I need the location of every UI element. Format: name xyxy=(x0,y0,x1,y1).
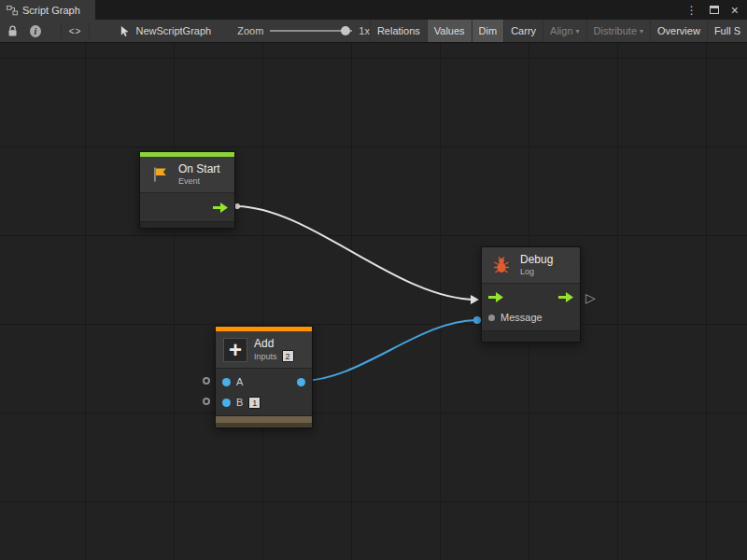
node-ports: Message xyxy=(482,283,580,330)
output-port-sum[interactable] xyxy=(297,378,305,386)
tab-script-graph[interactable]: Script Graph xyxy=(0,0,95,20)
info-icon[interactable]: i xyxy=(30,25,41,37)
port-label-b: B xyxy=(236,397,243,408)
external-port-ring-b[interactable] xyxy=(203,398,210,405)
script-graph-window: Script Graph ⋮ × i <> NewScriptGraph Zoo… xyxy=(0,0,747,560)
node-title: On Start xyxy=(178,162,220,175)
node-footer xyxy=(482,330,580,342)
external-port-ring-a[interactable] xyxy=(203,377,210,385)
triangle-right-icon: ▷ xyxy=(585,291,596,304)
relations-button[interactable]: Relations xyxy=(370,20,427,42)
tab-title: Script Graph xyxy=(22,5,80,16)
input-port-b[interactable] xyxy=(222,399,231,407)
port-label-message: Message xyxy=(500,312,543,323)
message-input-port[interactable] xyxy=(488,315,495,321)
bug-icon xyxy=(489,253,514,277)
port-label-a: A xyxy=(236,376,243,387)
node-footer xyxy=(216,415,312,423)
align-dropdown: Align▾ xyxy=(543,20,585,42)
input-port-a[interactable] xyxy=(222,378,231,386)
node-ports: A B 1 xyxy=(216,368,312,415)
code-icon[interactable]: <> xyxy=(61,23,91,39)
node-ports xyxy=(140,192,234,221)
node-title: Debug xyxy=(520,253,553,266)
node-subtitle: Log xyxy=(520,266,553,277)
node-header[interactable]: + Add Inputs 2 xyxy=(216,331,312,368)
zoom-slider[interactable] xyxy=(270,25,352,36)
graph-icon xyxy=(7,5,18,16)
chevron-down-icon: ▾ xyxy=(640,27,643,35)
flow-output-port[interactable] xyxy=(213,203,228,213)
zoom-label: Zoom xyxy=(237,25,263,36)
zoom-control: Zoom 1x xyxy=(237,25,370,36)
zoom-slider-handle[interactable] xyxy=(341,26,350,35)
overview-button[interactable]: Overview xyxy=(650,20,707,42)
wires-layer xyxy=(0,43,747,560)
port-b-value-field[interactable]: 1 xyxy=(248,397,261,409)
node-on-start[interactable]: On Start Event xyxy=(139,151,235,229)
zoom-value: 1x xyxy=(359,25,370,36)
flow-output-port[interactable] xyxy=(558,292,573,302)
close-icon[interactable]: × xyxy=(731,4,739,17)
inputs-count-field[interactable]: 2 xyxy=(282,350,294,362)
node-footer xyxy=(140,221,234,228)
node-add[interactable]: + Add Inputs 2 A B xyxy=(215,326,313,428)
chevron-down-icon: ▾ xyxy=(576,27,580,35)
values-button[interactable]: Values xyxy=(427,20,472,42)
graph-name-group[interactable]: NewScriptGraph xyxy=(120,25,211,37)
menu-icon[interactable]: ⋮ xyxy=(686,5,698,16)
wire-add-to-message[interactable] xyxy=(302,320,477,381)
cursor-icon xyxy=(120,25,130,37)
flag-icon xyxy=(148,162,172,187)
wire-arrowhead xyxy=(471,295,479,304)
node-header[interactable]: Debug Log xyxy=(482,247,580,283)
graph-canvas[interactable]: On Start Event xyxy=(0,43,747,560)
wire-end-dot xyxy=(473,316,481,324)
flow-input-port[interactable] xyxy=(488,292,503,302)
window-controls: ⋮ × xyxy=(686,0,747,20)
node-header[interactable]: On Start Event xyxy=(140,157,234,192)
fullscreen-button[interactable]: Full S xyxy=(707,20,747,42)
graph-name-label: NewScriptGraph xyxy=(135,25,211,36)
node-debug-log[interactable]: Debug Log Message xyxy=(481,246,581,343)
graph-toolbar: i <> NewScriptGraph Zoom 1x Relations Va… xyxy=(0,20,747,43)
node-subtitle: Event xyxy=(178,175,220,187)
lock-icon[interactable] xyxy=(7,25,18,37)
carry-button[interactable]: Carry xyxy=(503,20,543,42)
plus-icon: + xyxy=(223,338,247,362)
node-footer-edge xyxy=(216,423,312,427)
node-subtitle: Inputs xyxy=(254,351,277,362)
zoom-slider-track[interactable] xyxy=(270,30,352,32)
wire-onstart-to-debug[interactable] xyxy=(235,206,476,300)
distribute-dropdown: Distribute▾ xyxy=(586,20,650,42)
node-title: Add xyxy=(254,337,294,350)
maximize-icon[interactable] xyxy=(710,6,719,14)
titlebar: Script Graph ⋮ × xyxy=(0,0,747,20)
dim-button[interactable]: Dim xyxy=(472,20,504,42)
